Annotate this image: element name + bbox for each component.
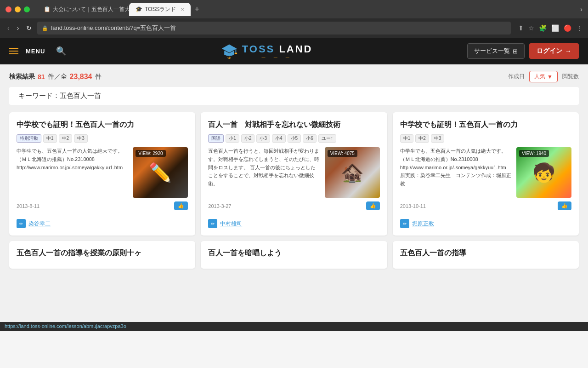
tag: 小4 bbox=[272, 134, 286, 143]
sort-label: 作成日 bbox=[508, 73, 525, 80]
browser-actions: ⬆ ☆ 🧩 ⬜ 🔴 ⋮ bbox=[518, 24, 582, 32]
hamburger-menu-icon[interactable] bbox=[9, 48, 18, 54]
menu-line bbox=[9, 48, 18, 49]
author-name-1[interactable]: 染谷幸二 bbox=[28, 220, 51, 228]
like-button-2[interactable]: 👍 bbox=[366, 201, 380, 210]
sort-popular-button[interactable]: 人気 ▼ bbox=[529, 71, 558, 82]
tag: 中1 bbox=[400, 134, 414, 143]
tag: 小6 bbox=[303, 134, 317, 143]
keyword-text: キーワード：五色百人一首 bbox=[18, 92, 101, 99]
card-partial-title-1: 五色百人一首の指導を授業の原則十ヶ bbox=[17, 248, 188, 258]
author-avatar-2: ✏ bbox=[208, 219, 217, 228]
card-partial-2[interactable]: 百人一首を暗唱しよう bbox=[201, 241, 387, 269]
search-meta-left: 検索結果 81 件／全 23,834 件 bbox=[9, 73, 102, 81]
card-body-2: 五色百人一首を行うと、毎回対戦相手が変わります。対戦相手を忘れてしまうと、そのた… bbox=[208, 147, 379, 198]
search-separator: 件／全 bbox=[48, 73, 67, 81]
like-button-1[interactable]: 👍 bbox=[174, 201, 188, 210]
tabs-bar: 📋 大会について｜五色百人一首大会 ✕ 🎓 TOSSランド ✕ + bbox=[37, 3, 580, 16]
main-content: 検索結果 81 件／全 23,834 件 作成日 人気 ▼ 閲覧数 キーワード：… bbox=[0, 64, 588, 322]
card-text-1: 中学生でも、五色百人一首の人気は絶大です。（ＭＬ北海道の推薦）No.231000… bbox=[17, 147, 128, 198]
refresh-button[interactable]: ↻ bbox=[24, 23, 34, 33]
view-toggle[interactable]: 閲覧数 bbox=[562, 73, 579, 80]
logo-underline: — — — bbox=[261, 55, 293, 59]
search-icon[interactable]: 🔍 bbox=[56, 46, 66, 56]
lock-icon: 🔒 bbox=[42, 25, 48, 31]
window-icon[interactable]: ⬜ bbox=[551, 24, 559, 32]
card-footer-2: 2013-3-27 👍 bbox=[208, 201, 379, 210]
bookmark-icon[interactable]: ☆ bbox=[528, 24, 534, 32]
tag: 特別活動 bbox=[17, 134, 41, 143]
like-button-3[interactable]: 👍 bbox=[558, 201, 571, 210]
card-title-2: 百人一首 対戦相手を忘れない微細技術 bbox=[208, 120, 379, 130]
search-unit: 件 bbox=[95, 73, 102, 81]
status-bar: https://land.toss-online.com/lesson/abmu… bbox=[0, 322, 588, 331]
card-body-1: 中学生でも、五色百人一首の人気は絶大です。（ＭＬ北海道の推薦）No.231000… bbox=[17, 147, 188, 198]
card-tags-3: 中1 中2 中3 bbox=[400, 134, 571, 143]
author-name-2[interactable]: 中村雄司 bbox=[220, 220, 242, 228]
login-arrow-icon: → bbox=[565, 47, 571, 55]
share-icon[interactable]: ⬆ bbox=[518, 24, 524, 32]
login-button[interactable]: ログイン → bbox=[529, 43, 579, 59]
new-tab-button[interactable]: + bbox=[194, 5, 199, 14]
card-tags-2: 国語 小1 小2 小3 小4 小5 小6 ユー↑ bbox=[208, 134, 379, 143]
tab-label-1: 大会について｜五色百人一首大会 bbox=[53, 6, 129, 13]
tabs-overflow-icon[interactable]: › bbox=[580, 6, 582, 13]
search-meta: 検索結果 81 件／全 23,834 件 作成日 人気 ▼ 閲覧数 bbox=[9, 71, 579, 82]
address-url: land.toss-online.com/contents?q=五色百人一首 bbox=[51, 24, 176, 32]
card-partial-1[interactable]: 五色百人一首の指導を授業の原則十ヶ bbox=[9, 241, 195, 269]
tag: 国語 bbox=[208, 134, 224, 143]
keyword-bar: キーワード：五色百人一首 bbox=[9, 87, 579, 105]
card-title-1: 中学校でも証明！五色百人一首の力 bbox=[17, 120, 188, 130]
svg-marker-0 bbox=[222, 45, 237, 53]
browser-window: 📋 大会について｜五色百人一首大会 ✕ 🎓 TOSSランド ✕ + › ‹ › … bbox=[0, 0, 588, 331]
author-avatar-3: ✏ bbox=[400, 219, 409, 228]
logo-title: TOSS LAND bbox=[242, 43, 313, 55]
search-result-count: 81 bbox=[38, 73, 45, 80]
sort-down-icon: ▼ bbox=[547, 74, 553, 80]
logo-text: TOSS LAND — — — bbox=[242, 43, 313, 59]
menu-label[interactable]: MENU bbox=[26, 48, 45, 55]
tag: 小1 bbox=[226, 134, 239, 143]
close-window-button[interactable] bbox=[6, 6, 11, 12]
maximize-window-button[interactable] bbox=[24, 6, 30, 12]
forward-button[interactable]: › bbox=[15, 23, 21, 33]
card-2[interactable]: 百人一首 対戦相手を忘れない微細技術 国語 小1 小2 小3 小4 小5 小6 … bbox=[201, 112, 387, 236]
tab-close-2[interactable]: ✕ bbox=[181, 7, 184, 12]
tag: 中2 bbox=[59, 134, 73, 143]
more-icon[interactable]: ⋮ bbox=[576, 24, 582, 32]
menu-line bbox=[9, 51, 18, 52]
search-meta-right: 作成日 人気 ▼ 閲覧数 bbox=[508, 71, 579, 82]
author-name-3[interactable]: 堀原正教 bbox=[412, 220, 434, 228]
card-date-2: 2013-3-27 bbox=[208, 203, 231, 209]
card-3[interactable]: 中学校でも証明！五色百人一首の力 中1 中2 中3 中学生でも、五色百人一首の人… bbox=[393, 112, 579, 236]
tag: 小5 bbox=[288, 134, 301, 143]
view-badge-1: VIEW: 2920 bbox=[136, 150, 165, 157]
card-author-1: ✏ 染谷幸二 bbox=[17, 215, 188, 228]
address-bar[interactable]: 🔒 land.toss-online.com/contents?q=五色百人一首 bbox=[37, 22, 511, 34]
author-avatar-1: ✏ bbox=[17, 219, 26, 228]
tag: 中3 bbox=[431, 134, 445, 143]
cards-grid: 中学校でも証明！五色百人一首の力 特別活動 中1 中2 中3 中学生でも、五色百… bbox=[9, 112, 579, 269]
header-center: TOSS LAND — — — bbox=[66, 43, 467, 59]
back-button[interactable]: ‹ bbox=[6, 23, 11, 33]
card-footer-1: 2013-8-11 👍 bbox=[17, 201, 188, 210]
extension-icon[interactable]: 🧩 bbox=[539, 24, 547, 32]
tab-favicon-2: 🎓 bbox=[136, 6, 142, 12]
card-date-3: 2013-10-11 bbox=[400, 203, 426, 209]
card-partial-3[interactable]: 五色百人一首の指導 bbox=[393, 241, 579, 269]
card-image-2: VIEW: 4075 🏚️ bbox=[325, 147, 380, 198]
tab-tossland[interactable]: 🎓 TOSSランド ✕ bbox=[129, 3, 191, 16]
card-author-3: ✏ 堀原正教 bbox=[400, 215, 571, 228]
service-list-button[interactable]: サービス一覧 ⊞ bbox=[467, 43, 525, 59]
profile-icon[interactable]: 🔴 bbox=[564, 24, 571, 32]
card-text-2: 五色百人一首を行うと、毎回対戦相手が変わります。対戦相手を忘れてしまうと、そのた… bbox=[208, 147, 320, 198]
card-image-1: VIEW: 2920 ✏️ bbox=[133, 147, 188, 198]
minimize-window-button[interactable] bbox=[15, 6, 21, 12]
tab-favicon-1: 📋 bbox=[44, 6, 50, 12]
tab-taikaiabout[interactable]: 📋 大会について｜五色百人一首大会 ✕ bbox=[37, 3, 129, 16]
header-left: MENU 🔍 bbox=[9, 46, 66, 56]
search-total-count: 23,834 bbox=[70, 73, 92, 81]
card-1[interactable]: 中学校でも証明！五色百人一首の力 特別活動 中1 中2 中3 中学生でも、五色百… bbox=[9, 112, 195, 236]
tag: ユー↑ bbox=[318, 134, 336, 143]
card-text-3: 中学生でも、五色百人一首の人気は絶大です。（ＭＬ北海道の推薦）No.231000… bbox=[400, 147, 512, 198]
